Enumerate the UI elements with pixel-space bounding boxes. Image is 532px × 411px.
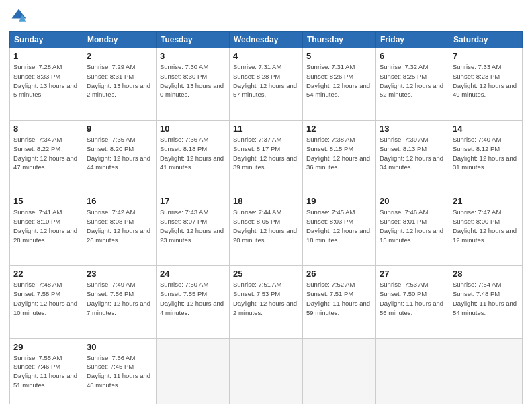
day-number: 28 <box>453 269 519 279</box>
calendar-cell: 3Sunrise: 7:30 AMSunset: 8:30 PMDaylight… <box>157 48 230 121</box>
calendar-cell: 14Sunrise: 7:40 AMSunset: 8:12 PMDayligh… <box>449 121 523 193</box>
calendar-cell: 29Sunrise: 7:55 AMSunset: 7:46 PMDayligh… <box>10 338 83 404</box>
calendar-cell: 26Sunrise: 7:52 AMSunset: 7:51 PMDayligh… <box>303 266 376 338</box>
calendar-cell: 25Sunrise: 7:51 AMSunset: 7:53 PMDayligh… <box>230 266 303 338</box>
day-number: 12 <box>306 124 372 134</box>
calendar-cell <box>157 338 230 404</box>
calendar-week-row: 22Sunrise: 7:48 AMSunset: 7:58 PMDayligh… <box>10 266 523 338</box>
calendar-table: SundayMondayTuesdayWednesdayThursdayFrid… <box>9 31 523 404</box>
calendar-cell: 22Sunrise: 7:48 AMSunset: 7:58 PMDayligh… <box>10 266 83 338</box>
weekday-header: Tuesday <box>157 32 230 48</box>
day-number: 23 <box>87 269 152 279</box>
calendar-cell: 6Sunrise: 7:32 AMSunset: 8:25 PMDaylight… <box>376 48 449 121</box>
day-info: Sunrise: 7:46 AMSunset: 8:01 PMDaylight:… <box>380 208 445 244</box>
day-info: Sunrise: 7:34 AMSunset: 8:22 PMDaylight:… <box>13 135 79 172</box>
day-number: 27 <box>380 269 445 279</box>
day-number: 4 <box>233 51 299 61</box>
calendar-cell: 1Sunrise: 7:28 AMSunset: 8:33 PMDaylight… <box>10 48 83 121</box>
weekday-header: Monday <box>83 32 157 48</box>
day-info: Sunrise: 7:37 AMSunset: 8:17 PMDaylight:… <box>233 135 299 172</box>
logo <box>9 7 31 26</box>
day-info: Sunrise: 7:39 AMSunset: 8:13 PMDaylight:… <box>380 135 445 172</box>
day-number: 2 <box>87 51 152 61</box>
day-number: 17 <box>160 196 226 206</box>
weekday-header: Sunday <box>10 32 83 48</box>
calendar-cell <box>376 338 449 404</box>
calendar-cell <box>303 338 376 404</box>
day-info: Sunrise: 7:50 AMSunset: 7:55 PMDaylight:… <box>160 280 226 317</box>
day-info: Sunrise: 7:52 AMSunset: 7:51 PMDaylight:… <box>306 280 372 317</box>
day-number: 8 <box>13 124 79 134</box>
calendar-cell: 19Sunrise: 7:45 AMSunset: 8:03 PMDayligh… <box>303 193 376 266</box>
day-info: Sunrise: 7:32 AMSunset: 8:25 PMDaylight:… <box>380 62 445 99</box>
calendar-cell: 15Sunrise: 7:41 AMSunset: 8:10 PMDayligh… <box>10 193 83 266</box>
calendar-cell: 5Sunrise: 7:31 AMSunset: 8:26 PMDaylight… <box>303 48 376 121</box>
day-number: 10 <box>160 124 226 134</box>
day-number: 14 <box>453 124 519 134</box>
logo-icon <box>9 7 28 26</box>
day-info: Sunrise: 7:53 AMSunset: 7:50 PMDaylight:… <box>380 280 445 317</box>
day-number: 16 <box>87 196 152 206</box>
calendar-week-row: 1Sunrise: 7:28 AMSunset: 8:33 PMDaylight… <box>10 48 523 121</box>
calendar-cell <box>449 338 523 404</box>
day-info: Sunrise: 7:48 AMSunset: 7:58 PMDaylight:… <box>13 280 79 317</box>
day-info: Sunrise: 7:54 AMSunset: 7:48 PMDaylight:… <box>453 280 519 317</box>
day-info: Sunrise: 7:31 AMSunset: 8:28 PMDaylight:… <box>233 62 299 99</box>
calendar-cell <box>230 338 303 404</box>
top-section <box>9 7 523 26</box>
day-info: Sunrise: 7:41 AMSunset: 8:10 PMDaylight:… <box>13 208 79 244</box>
day-info: Sunrise: 7:30 AMSunset: 8:30 PMDaylight:… <box>160 62 226 99</box>
calendar-week-row: 15Sunrise: 7:41 AMSunset: 8:10 PMDayligh… <box>10 193 523 266</box>
calendar-cell: 17Sunrise: 7:43 AMSunset: 8:07 PMDayligh… <box>157 193 230 266</box>
calendar-cell: 21Sunrise: 7:47 AMSunset: 8:00 PMDayligh… <box>449 193 523 266</box>
day-info: Sunrise: 7:36 AMSunset: 8:18 PMDaylight:… <box>160 135 226 172</box>
day-info: Sunrise: 7:55 AMSunset: 7:46 PMDaylight:… <box>13 353 79 390</box>
day-number: 11 <box>233 124 299 134</box>
calendar-cell: 27Sunrise: 7:53 AMSunset: 7:50 PMDayligh… <box>376 266 449 338</box>
calendar-cell: 8Sunrise: 7:34 AMSunset: 8:22 PMDaylight… <box>10 121 83 193</box>
day-number: 5 <box>306 51 372 61</box>
weekday-header: Friday <box>376 32 449 48</box>
day-info: Sunrise: 7:43 AMSunset: 8:07 PMDaylight:… <box>160 208 226 244</box>
day-number: 19 <box>306 196 372 206</box>
calendar-cell: 11Sunrise: 7:37 AMSunset: 8:17 PMDayligh… <box>230 121 303 193</box>
calendar-cell: 16Sunrise: 7:42 AMSunset: 8:08 PMDayligh… <box>83 193 157 266</box>
weekday-header: Thursday <box>303 32 376 48</box>
day-number: 13 <box>380 124 445 134</box>
calendar-cell: 2Sunrise: 7:29 AMSunset: 8:31 PMDaylight… <box>83 48 157 121</box>
calendar-header-row: SundayMondayTuesdayWednesdayThursdayFrid… <box>10 32 523 48</box>
day-number: 7 <box>453 51 519 61</box>
calendar-cell: 24Sunrise: 7:50 AMSunset: 7:55 PMDayligh… <box>157 266 230 338</box>
day-number: 29 <box>13 342 79 352</box>
day-info: Sunrise: 7:28 AMSunset: 8:33 PMDaylight:… <box>13 62 79 99</box>
day-number: 21 <box>453 196 519 206</box>
day-info: Sunrise: 7:45 AMSunset: 8:03 PMDaylight:… <box>306 208 372 244</box>
day-info: Sunrise: 7:42 AMSunset: 8:08 PMDaylight:… <box>87 208 152 244</box>
day-number: 26 <box>306 269 372 279</box>
day-number: 22 <box>13 269 79 279</box>
svg-marker-0 <box>12 9 26 19</box>
weekday-header: Wednesday <box>230 32 303 48</box>
day-number: 1 <box>13 51 79 61</box>
calendar-cell: 18Sunrise: 7:44 AMSunset: 8:05 PMDayligh… <box>230 193 303 266</box>
calendar-cell: 4Sunrise: 7:31 AMSunset: 8:28 PMDaylight… <box>230 48 303 121</box>
day-number: 24 <box>160 269 226 279</box>
calendar-cell: 7Sunrise: 7:33 AMSunset: 8:23 PMDaylight… <box>449 48 523 121</box>
day-number: 9 <box>87 124 152 134</box>
calendar-week-row: 29Sunrise: 7:55 AMSunset: 7:46 PMDayligh… <box>10 338 523 404</box>
day-number: 30 <box>87 342 152 352</box>
day-info: Sunrise: 7:38 AMSunset: 8:15 PMDaylight:… <box>306 135 372 172</box>
day-info: Sunrise: 7:49 AMSunset: 7:56 PMDaylight:… <box>87 280 152 317</box>
calendar-cell: 20Sunrise: 7:46 AMSunset: 8:01 PMDayligh… <box>376 193 449 266</box>
weekday-header: Saturday <box>449 32 523 48</box>
day-number: 6 <box>380 51 445 61</box>
day-info: Sunrise: 7:47 AMSunset: 8:00 PMDaylight:… <box>453 208 519 244</box>
calendar-week-row: 8Sunrise: 7:34 AMSunset: 8:22 PMDaylight… <box>10 121 523 193</box>
day-number: 20 <box>380 196 445 206</box>
day-info: Sunrise: 7:35 AMSunset: 8:20 PMDaylight:… <box>87 135 152 172</box>
day-number: 25 <box>233 269 299 279</box>
calendar-cell: 23Sunrise: 7:49 AMSunset: 7:56 PMDayligh… <box>83 266 157 338</box>
page: SundayMondayTuesdayWednesdayThursdayFrid… <box>0 0 532 411</box>
calendar-cell: 9Sunrise: 7:35 AMSunset: 8:20 PMDaylight… <box>83 121 157 193</box>
day-number: 15 <box>13 196 79 206</box>
